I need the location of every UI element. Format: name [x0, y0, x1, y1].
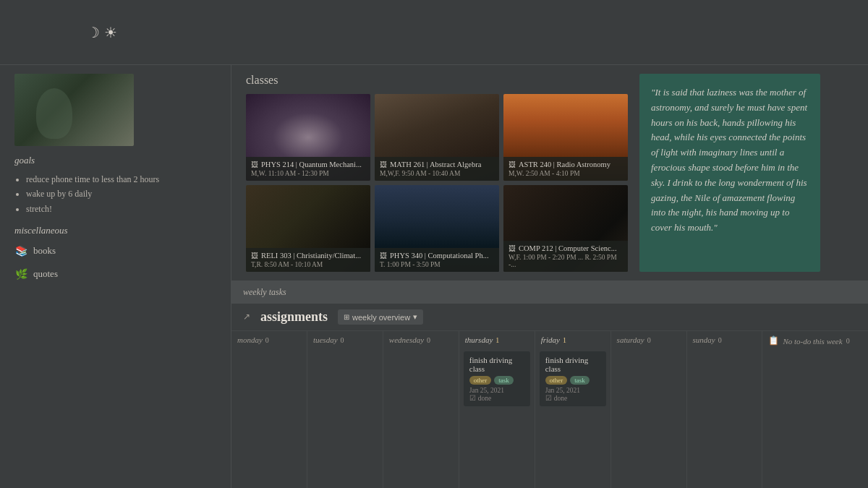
check-icon: ☑: [545, 394, 552, 402]
day-name-sunday: sunday: [693, 335, 715, 344]
day-name-monday: monday: [237, 335, 263, 344]
class-time-reli303: T,R. 8:50 AM - 10:10 AM: [251, 261, 365, 268]
class-icon-comp212: 🖼: [509, 244, 516, 252]
task-card-fri-1[interactable]: finish driving class other task Jan 25, …: [540, 351, 606, 406]
classes-grid: 🖼 PHYS 214 | Quantum Mechani... M,W. 11:…: [246, 94, 628, 272]
goal-item: reduce phone time to less than 2 hours: [26, 172, 216, 187]
avatar: [14, 74, 134, 146]
day-header-wednesday: wednesday 0: [383, 331, 459, 348]
weekly-overview-button[interactable]: ⊞ weekly overview ▾: [338, 309, 423, 325]
day-header-thursday: thursday 1: [459, 331, 535, 348]
misc-label: miscellaneous: [14, 225, 216, 236]
chevron-down-icon: ▾: [413, 312, 417, 322]
day-col-saturday: saturday 0: [611, 331, 687, 488]
right-area: classes 🖼 PHYS 214 | Quantum Mechani... …: [231, 65, 868, 488]
quotes-icon: 🌿: [14, 267, 27, 281]
class-card-astr240[interactable]: 🖼 ASTR 240 | Radio Astronomy M,W. 2:50 A…: [503, 94, 628, 181]
no-todo-col: 📋 No to-do this week 0: [762, 331, 868, 488]
class-time-phys214: M,W. 11:10 AM - 12:30 PM: [251, 170, 365, 177]
day-header-monday: monday 0: [231, 331, 307, 348]
weekly-tasks-label: weekly tasks: [243, 287, 286, 297]
day-count-wednesday: 0: [427, 336, 430, 344]
class-time-math261: M,W,F. 9:50 AM - 10:40 AM: [380, 170, 494, 177]
sun-icon: ☀: [104, 24, 117, 41]
class-name-phys340: 🖼 PHYS 340 | Computational Ph...: [380, 252, 494, 260]
class-name-reli303: 🖼 RELI 303 | Christianity/Climat...: [251, 252, 365, 260]
theme-toggle[interactable]: ☽ ☀: [87, 24, 117, 41]
class-icon-reli303: 🖼: [251, 252, 258, 260]
tag-task-thu-1: task: [494, 376, 514, 385]
task-date-fri-1: Jan 25, 2021: [545, 387, 600, 394]
class-name-comp212: 🖼 COMP 212 | Computer Scienc...: [509, 244, 623, 252]
class-card-reli303[interactable]: 🖼 RELI 303 | Christianity/Climat... T,R.…: [246, 185, 370, 272]
classes-grid-wrap: classes 🖼 PHYS 214 | Quantum Mechani... …: [246, 74, 628, 272]
class-name-astr240: 🖼 ASTR 240 | Radio Astronomy: [509, 160, 623, 168]
assignments-link-icon[interactable]: ↗: [243, 312, 250, 322]
class-time-phys340: T. 1:00 PM - 3:50 PM: [380, 261, 494, 268]
quotes-item[interactable]: 🌿 quotes: [14, 265, 216, 283]
day-col-wednesday: wednesday 0: [383, 331, 459, 488]
task-title-fri-1: finish driving class: [545, 356, 600, 373]
day-count-tuesday: 0: [341, 336, 344, 344]
books-item[interactable]: 📚 books: [14, 242, 216, 260]
no-todo-header: 📋 No to-do this week 0: [762, 331, 868, 351]
weekly-tasks-section: weekly tasks ↗ assignments ⊞ weekly over…: [231, 281, 868, 488]
task-status-thu-1: ☑ done: [469, 394, 524, 402]
classes-title: classes: [246, 74, 628, 87]
no-todo-count: 0: [846, 337, 850, 345]
weekly-tasks-header: weekly tasks: [231, 281, 868, 304]
day-col-monday: monday 0: [231, 331, 307, 488]
task-tags-fri-1: other task: [545, 376, 600, 385]
task-title-thu-1: finish driving class: [469, 356, 524, 373]
books-label: books: [33, 245, 56, 257]
day-header-saturday: saturday 0: [611, 331, 686, 348]
day-header-sunday: sunday 0: [687, 331, 762, 348]
day-name-wednesday: wednesday: [389, 335, 424, 344]
class-card-phys214[interactable]: 🖼 PHYS 214 | Quantum Mechani... M,W. 11:…: [246, 94, 370, 181]
task-card-thu-1[interactable]: finish driving class other task Jan 25, …: [464, 351, 530, 406]
task-date-thu-1: Jan 25, 2021: [469, 387, 524, 394]
class-time-astr240: M,W. 2:50 AM - 4:10 PM: [509, 170, 623, 177]
day-count-friday: 1: [563, 336, 566, 344]
weekly-overview-label: weekly overview: [352, 313, 410, 322]
no-todo-icon: 📋: [768, 335, 779, 346]
class-card-phys340[interactable]: 🖼 PHYS 340 | Computational Ph... T. 1:00…: [375, 185, 499, 272]
day-name-saturday: saturday: [617, 335, 644, 344]
assignments-title[interactable]: assignments: [260, 309, 328, 325]
class-icon-phys340: 🖼: [380, 252, 387, 260]
day-header-friday: friday 1: [535, 331, 610, 348]
check-icon: ☑: [469, 394, 476, 402]
moon-icon: ☽: [87, 24, 100, 41]
quote-text: "It is said that laziness was the mother…: [651, 87, 807, 233]
day-name-thursday: thursday: [465, 335, 493, 344]
day-name-tuesday: tuesday: [313, 335, 338, 344]
books-icon: 📚: [14, 244, 27, 257]
task-status-fri-1: ☑ done: [545, 394, 600, 402]
class-icon-astr240: 🖼: [509, 160, 516, 168]
day-col-thursday: thursday 1 finish driving class other ta…: [459, 331, 535, 488]
class-name-phys214: 🖼 PHYS 214 | Quantum Mechani...: [251, 160, 365, 168]
day-count-saturday: 0: [647, 336, 651, 344]
task-tags-thu-1: other task: [469, 376, 524, 385]
grid-icon: ⊞: [344, 313, 349, 321]
days-row: monday 0 tuesday 0 wednesday 0: [231, 331, 868, 488]
day-count-monday: 0: [265, 336, 269, 344]
class-card-math261[interactable]: 🖼 MATH 261 | Abstract Algebra M,W,F. 9:5…: [375, 94, 499, 181]
day-header-tuesday: tuesday 0: [307, 331, 383, 348]
goal-item: wake up by 6 daily: [26, 187, 216, 201]
day-count-sunday: 0: [718, 336, 722, 344]
main-content: goals reduce phone time to less than 2 h…: [0, 65, 868, 488]
day-col-friday: friday 1 finish driving class other task…: [535, 331, 611, 488]
class-icon-math261: 🖼: [380, 160, 387, 168]
top-bar: ☽ ☀: [0, 0, 868, 65]
sidebar: goals reduce phone time to less than 2 h…: [0, 65, 231, 488]
quote-box: "It is said that laziness was the mother…: [639, 74, 820, 272]
goals-list: reduce phone time to less than 2 hours w…: [14, 172, 216, 216]
class-time-comp212: W,F. 1:00 PM - 2:20 PM ... R. 2:50 PM -.…: [509, 254, 623, 268]
day-col-tuesday: tuesday 0: [307, 331, 383, 488]
class-name-math261: 🖼 MATH 261 | Abstract Algebra: [380, 160, 494, 168]
classes-section: classes 🖼 PHYS 214 | Quantum Mechani... …: [231, 65, 868, 281]
no-todo-text: No to-do this week: [783, 337, 842, 346]
thursday-tasks: finish driving class other task Jan 25, …: [459, 348, 535, 409]
class-card-comp212[interactable]: 🖼 COMP 212 | Computer Scienc... W,F. 1:0…: [503, 185, 628, 272]
